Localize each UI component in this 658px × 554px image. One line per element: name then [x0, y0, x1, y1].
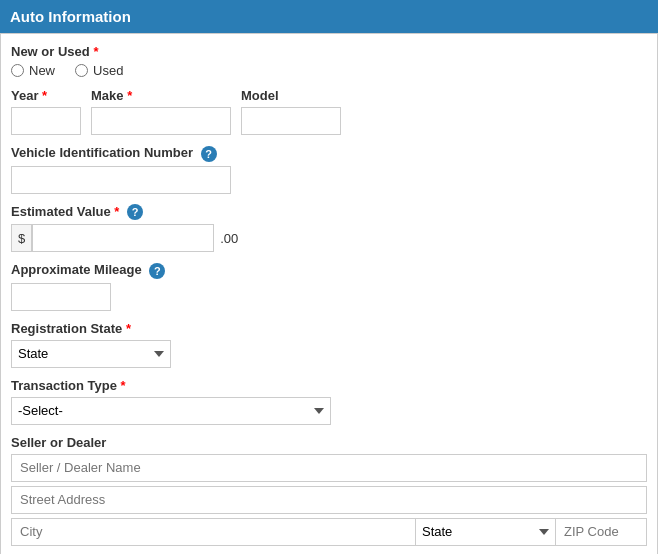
- mileage-help-icon[interactable]: ?: [149, 263, 165, 279]
- transaction-type-select[interactable]: -Select- Purchase Refinance Lease: [11, 397, 331, 425]
- vin-help-icon[interactable]: ?: [201, 146, 217, 162]
- year-label: Year *: [11, 88, 81, 103]
- street-address-input[interactable]: [11, 486, 647, 514]
- make-label: Make *: [91, 88, 231, 103]
- year-input[interactable]: [11, 107, 81, 135]
- new-or-used-label: New or Used *: [11, 44, 647, 59]
- registration-state-select[interactable]: State AL AK AZ AR CA CO TX: [11, 340, 171, 368]
- new-or-used-radio-group: New Used: [11, 63, 647, 78]
- used-radio-label[interactable]: Used: [75, 63, 123, 78]
- new-radio-text: New: [29, 63, 55, 78]
- registration-state-label: Registration State *: [11, 321, 647, 336]
- vin-input[interactable]: [11, 166, 231, 194]
- estimated-value-help-icon[interactable]: ?: [127, 204, 143, 220]
- dollar-cents: .00: [214, 231, 244, 246]
- dollar-symbol: $: [12, 225, 32, 251]
- address-bottom-row: State AL AK CA TX: [11, 518, 647, 546]
- mileage-label: Approximate Mileage ?: [11, 262, 647, 279]
- estimated-value-wrapper: $ .00: [11, 224, 211, 252]
- used-radio[interactable]: [75, 64, 88, 77]
- header: Auto Information: [0, 0, 658, 33]
- page-title: Auto Information: [10, 8, 131, 25]
- model-input[interactable]: [241, 107, 341, 135]
- zip-input[interactable]: [556, 519, 646, 545]
- estimated-value-label: Estimated Value * ?: [11, 204, 647, 221]
- seller-dealer-section: Seller or Dealer State AL AK CA TX: [11, 435, 647, 546]
- city-input[interactable]: [12, 519, 416, 545]
- vin-label: Vehicle Identification Number ?: [11, 145, 647, 162]
- used-radio-text: Used: [93, 63, 123, 78]
- make-input[interactable]: [91, 107, 231, 135]
- new-radio-label[interactable]: New: [11, 63, 55, 78]
- new-radio[interactable]: [11, 64, 24, 77]
- seller-dealer-label: Seller or Dealer: [11, 435, 647, 450]
- required-asterisk: *: [93, 44, 98, 59]
- transaction-type-label: Transaction Type *: [11, 378, 647, 393]
- city-state-select[interactable]: State AL AK CA TX: [416, 519, 556, 545]
- state-select-wrapper: State AL AK CA TX: [416, 519, 556, 545]
- model-label: Model: [241, 88, 341, 103]
- mileage-input[interactable]: [11, 283, 111, 311]
- seller-name-input[interactable]: [11, 454, 647, 482]
- estimated-value-input[interactable]: [32, 224, 214, 252]
